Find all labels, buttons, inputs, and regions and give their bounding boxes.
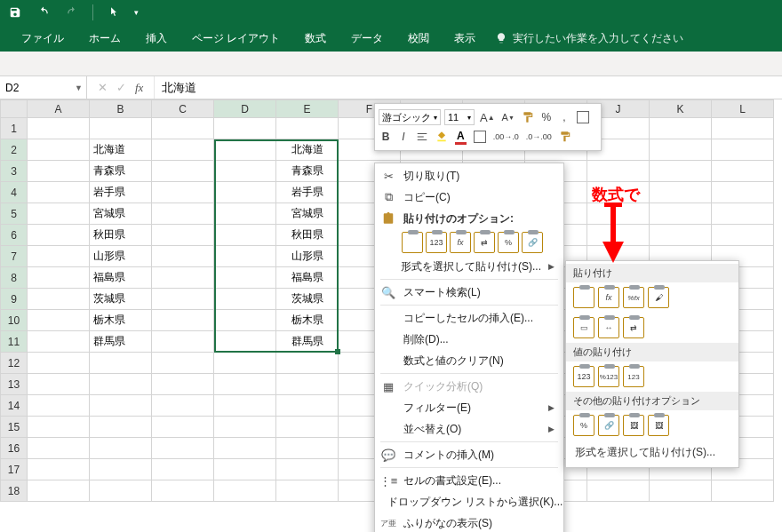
cell[interactable]: 群馬県 — [276, 331, 339, 353]
cell[interactable] — [28, 480, 90, 502]
paste-transpose-icon[interactable]: ⇄ — [474, 232, 495, 253]
cell[interactable] — [587, 480, 650, 502]
cell[interactable] — [276, 459, 339, 480]
cell[interactable]: 福島県 — [276, 267, 339, 289]
row-header[interactable]: 1 — [1, 118, 28, 139]
row-header[interactable]: 6 — [1, 225, 28, 246]
cell[interactable] — [712, 480, 774, 502]
cell[interactable] — [28, 182, 90, 203]
cell[interactable] — [152, 417, 214, 438]
cell[interactable] — [28, 246, 90, 267]
paste-link-icon[interactable]: 🔗 — [522, 232, 543, 253]
tab-page-layout[interactable]: ページ レイアウト — [180, 25, 292, 52]
format-painter-icon[interactable] — [520, 109, 536, 125]
tab-data[interactable]: データ — [339, 25, 395, 52]
menu-paste-special[interactable]: 形式を選択して貼り付け(S)... ▶ — [375, 256, 563, 277]
menu-delete[interactable]: 削除(D)... — [375, 329, 563, 350]
cell[interactable] — [152, 480, 214, 502]
paste-link-icon[interactable]: 🔗 — [598, 415, 619, 436]
cell[interactable] — [214, 395, 276, 417]
cell[interactable] — [90, 417, 152, 438]
cell[interactable] — [712, 182, 774, 203]
cell[interactable] — [214, 182, 276, 203]
cell[interactable] — [28, 374, 90, 395]
cell[interactable] — [28, 139, 90, 161]
cell[interactable]: 栃木県 — [90, 310, 152, 331]
cell[interactable] — [152, 203, 214, 225]
cell[interactable] — [152, 139, 214, 161]
cell[interactable] — [152, 225, 214, 246]
formula-input[interactable]: 北海道 — [154, 76, 782, 99]
cell[interactable] — [152, 182, 214, 203]
cell[interactable] — [214, 267, 276, 289]
cell[interactable] — [28, 289, 90, 310]
cell[interactable]: 宮城県 — [90, 203, 152, 225]
menu-insert-comment[interactable]: 💬 コメントの挿入(M) — [375, 444, 563, 465]
cell[interactable] — [152, 459, 214, 480]
menu-pick-from-list[interactable]: ドロップダウン リストから選択(K)... — [375, 491, 563, 512]
cell[interactable] — [214, 480, 276, 502]
cell[interactable] — [214, 246, 276, 267]
cell[interactable] — [712, 203, 774, 225]
cell[interactable] — [712, 161, 774, 182]
paste-values-icon[interactable]: 123 — [573, 366, 594, 387]
cell[interactable] — [214, 417, 276, 438]
cell[interactable] — [152, 353, 214, 374]
paste-special-dialog[interactable]: 形式を選択して貼り付け(S)... — [566, 441, 738, 465]
cell[interactable]: 北海道 — [90, 139, 152, 161]
col-header[interactable]: E — [276, 100, 339, 118]
cell[interactable] — [214, 161, 276, 182]
row-header[interactable]: 15 — [1, 417, 28, 438]
cell[interactable]: 岩手県 — [276, 182, 339, 203]
cell[interactable] — [152, 161, 214, 182]
paste-values-srcfmt-icon[interactable]: 123 — [623, 366, 644, 387]
borders-icon[interactable] — [472, 129, 488, 145]
cell[interactable]: 秋田県 — [276, 225, 339, 246]
cell[interactable]: 山形県 — [276, 246, 339, 267]
cell[interactable]: 群馬県 — [90, 331, 152, 353]
cell[interactable] — [152, 118, 214, 139]
row-header[interactable]: 12 — [1, 353, 28, 374]
cell[interactable] — [152, 289, 214, 310]
menu-insert-copied[interactable]: コピーしたセルの挿入(E)... — [375, 307, 563, 329]
cell[interactable] — [587, 161, 650, 182]
cell[interactable] — [276, 374, 339, 395]
cell[interactable] — [90, 438, 152, 459]
cell[interactable] — [650, 182, 712, 203]
col-header[interactable]: K — [650, 100, 712, 118]
menu-filter[interactable]: フィルター(E) ▶ — [375, 397, 563, 418]
cell[interactable] — [276, 118, 339, 139]
cell[interactable] — [276, 395, 339, 417]
cell[interactable] — [214, 289, 276, 310]
cell[interactable] — [650, 480, 712, 502]
cell[interactable]: 茨城県 — [276, 289, 339, 310]
paste-keep-colwidth-icon[interactable]: ↔ — [598, 317, 619, 338]
name-box-arrow-icon[interactable]: ▼ — [75, 83, 83, 92]
cell[interactable]: 栃木県 — [276, 310, 339, 331]
cell[interactable] — [152, 246, 214, 267]
enter-icon[interactable]: ✓ — [116, 81, 126, 94]
format-icon[interactable] — [557, 129, 573, 145]
cancel-icon[interactable]: ✕ — [98, 81, 108, 94]
paste-keep-src-fmt-icon[interactable]: 🖌 — [648, 287, 669, 308]
font-color-icon[interactable]: A — [453, 129, 468, 145]
menu-smart-lookup[interactable]: 🔍 スマート検索(L) — [375, 282, 563, 303]
qat-customize-icon[interactable]: ▾ — [134, 8, 139, 17]
cell[interactable] — [28, 161, 90, 182]
cell[interactable] — [276, 353, 339, 374]
decrease-decimal-icon[interactable]: .0→.00 — [524, 129, 554, 145]
cell[interactable] — [650, 203, 712, 225]
paste-all-icon[interactable] — [402, 232, 423, 253]
menu-show-phonetic[interactable]: ア亜 ふりがなの表示(S) — [375, 512, 563, 532]
cell[interactable] — [276, 480, 339, 502]
font-combo[interactable]: 游ゴシック▾ — [379, 109, 441, 125]
cell[interactable]: 山形県 — [90, 246, 152, 267]
cell[interactable] — [28, 417, 90, 438]
paste-transpose-icon[interactable]: ⇄ — [623, 317, 644, 338]
row-header[interactable]: 5 — [1, 203, 28, 225]
cell[interactable] — [712, 139, 774, 161]
redo-icon[interactable] — [64, 4, 80, 20]
menu-copy[interactable]: ⧉ コピー(C) — [375, 187, 563, 208]
col-header[interactable]: D — [214, 100, 276, 118]
menu-cut[interactable]: ✂ 切り取り(T) — [375, 165, 563, 187]
